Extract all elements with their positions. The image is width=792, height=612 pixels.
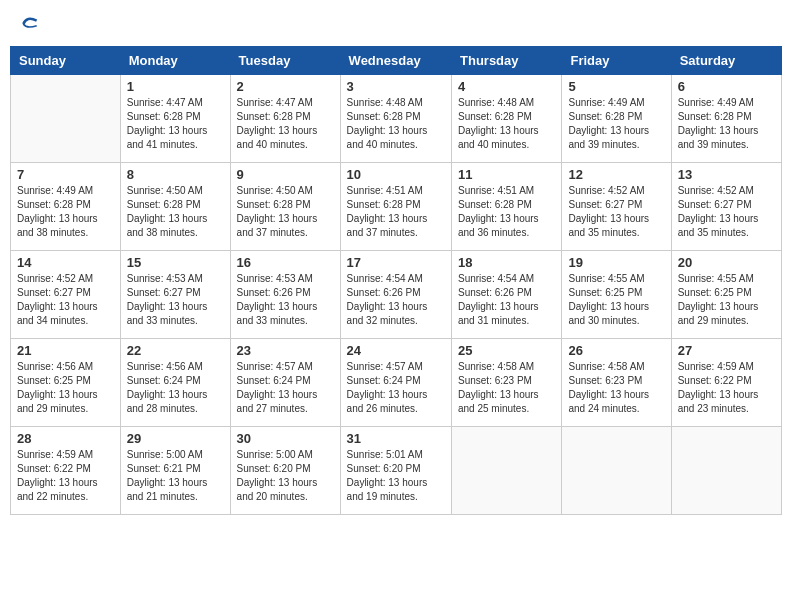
sunset-text: Sunset: 6:20 PM — [237, 462, 334, 476]
daylight-text: Daylight: 13 hours and 33 minutes. — [237, 300, 334, 328]
calendar-cell: 27Sunrise: 4:59 AMSunset: 6:22 PMDayligh… — [671, 339, 781, 427]
day-number: 24 — [347, 343, 445, 358]
sunrise-text: Sunrise: 4:50 AM — [237, 184, 334, 198]
daylight-text: Daylight: 13 hours and 41 minutes. — [127, 124, 224, 152]
daylight-text: Daylight: 13 hours and 38 minutes. — [17, 212, 114, 240]
daylight-text: Daylight: 13 hours and 19 minutes. — [347, 476, 445, 504]
sunset-text: Sunset: 6:28 PM — [568, 110, 664, 124]
calendar-cell: 6Sunrise: 4:49 AMSunset: 6:28 PMDaylight… — [671, 75, 781, 163]
daylight-text: Daylight: 13 hours and 35 minutes. — [568, 212, 664, 240]
sunrise-text: Sunrise: 5:00 AM — [127, 448, 224, 462]
daylight-text: Daylight: 13 hours and 38 minutes. — [127, 212, 224, 240]
daylight-text: Daylight: 13 hours and 23 minutes. — [678, 388, 775, 416]
sunrise-text: Sunrise: 4:56 AM — [127, 360, 224, 374]
daylight-text: Daylight: 13 hours and 25 minutes. — [458, 388, 555, 416]
sunset-text: Sunset: 6:28 PM — [458, 110, 555, 124]
sunrise-text: Sunrise: 4:53 AM — [127, 272, 224, 286]
day-info: Sunrise: 4:59 AMSunset: 6:22 PMDaylight:… — [17, 448, 114, 504]
calendar-week-row: 21Sunrise: 4:56 AMSunset: 6:25 PMDayligh… — [11, 339, 782, 427]
day-number: 12 — [568, 167, 664, 182]
day-info: Sunrise: 4:52 AMSunset: 6:27 PMDaylight:… — [17, 272, 114, 328]
day-number: 17 — [347, 255, 445, 270]
day-info: Sunrise: 4:51 AMSunset: 6:28 PMDaylight:… — [347, 184, 445, 240]
calendar-cell: 10Sunrise: 4:51 AMSunset: 6:28 PMDayligh… — [340, 163, 451, 251]
calendar-cell — [11, 75, 121, 163]
sunrise-text: Sunrise: 4:48 AM — [347, 96, 445, 110]
day-number: 9 — [237, 167, 334, 182]
day-info: Sunrise: 5:00 AMSunset: 6:21 PMDaylight:… — [127, 448, 224, 504]
calendar-cell: 31Sunrise: 5:01 AMSunset: 6:20 PMDayligh… — [340, 427, 451, 515]
sunrise-text: Sunrise: 5:01 AM — [347, 448, 445, 462]
day-number: 25 — [458, 343, 555, 358]
calendar-cell: 30Sunrise: 5:00 AMSunset: 6:20 PMDayligh… — [230, 427, 340, 515]
sunrise-text: Sunrise: 4:48 AM — [458, 96, 555, 110]
sunset-text: Sunset: 6:25 PM — [678, 286, 775, 300]
day-number: 21 — [17, 343, 114, 358]
calendar-table: SundayMondayTuesdayWednesdayThursdayFrid… — [10, 46, 782, 515]
calendar-cell: 22Sunrise: 4:56 AMSunset: 6:24 PMDayligh… — [120, 339, 230, 427]
day-number: 19 — [568, 255, 664, 270]
sunset-text: Sunset: 6:28 PM — [347, 198, 445, 212]
sunrise-text: Sunrise: 4:52 AM — [568, 184, 664, 198]
calendar-cell — [671, 427, 781, 515]
sunset-text: Sunset: 6:22 PM — [17, 462, 114, 476]
sunset-text: Sunset: 6:28 PM — [678, 110, 775, 124]
calendar-cell: 16Sunrise: 4:53 AMSunset: 6:26 PMDayligh… — [230, 251, 340, 339]
calendar-cell: 21Sunrise: 4:56 AMSunset: 6:25 PMDayligh… — [11, 339, 121, 427]
sunrise-text: Sunrise: 4:49 AM — [678, 96, 775, 110]
day-info: Sunrise: 4:54 AMSunset: 6:26 PMDaylight:… — [458, 272, 555, 328]
sunrise-text: Sunrise: 4:54 AM — [458, 272, 555, 286]
calendar-cell: 19Sunrise: 4:55 AMSunset: 6:25 PMDayligh… — [562, 251, 671, 339]
sunrise-text: Sunrise: 4:57 AM — [347, 360, 445, 374]
sunset-text: Sunset: 6:27 PM — [678, 198, 775, 212]
daylight-text: Daylight: 13 hours and 40 minutes. — [237, 124, 334, 152]
sunset-text: Sunset: 6:26 PM — [458, 286, 555, 300]
day-info: Sunrise: 4:58 AMSunset: 6:23 PMDaylight:… — [568, 360, 664, 416]
calendar-cell: 7Sunrise: 4:49 AMSunset: 6:28 PMDaylight… — [11, 163, 121, 251]
sunrise-text: Sunrise: 4:55 AM — [568, 272, 664, 286]
calendar-cell: 2Sunrise: 4:47 AMSunset: 6:28 PMDaylight… — [230, 75, 340, 163]
calendar-cell: 9Sunrise: 4:50 AMSunset: 6:28 PMDaylight… — [230, 163, 340, 251]
calendar-cell: 1Sunrise: 4:47 AMSunset: 6:28 PMDaylight… — [120, 75, 230, 163]
calendar-cell: 15Sunrise: 4:53 AMSunset: 6:27 PMDayligh… — [120, 251, 230, 339]
day-number: 26 — [568, 343, 664, 358]
weekday-header: Thursday — [452, 47, 562, 75]
sunset-text: Sunset: 6:28 PM — [237, 110, 334, 124]
day-number: 11 — [458, 167, 555, 182]
weekday-header: Tuesday — [230, 47, 340, 75]
sunset-text: Sunset: 6:28 PM — [237, 198, 334, 212]
calendar-cell: 26Sunrise: 4:58 AMSunset: 6:23 PMDayligh… — [562, 339, 671, 427]
sunset-text: Sunset: 6:27 PM — [127, 286, 224, 300]
logo-icon — [20, 14, 40, 34]
sunrise-text: Sunrise: 4:57 AM — [237, 360, 334, 374]
calendar-cell: 29Sunrise: 5:00 AMSunset: 6:21 PMDayligh… — [120, 427, 230, 515]
daylight-text: Daylight: 13 hours and 26 minutes. — [347, 388, 445, 416]
calendar-cell: 5Sunrise: 4:49 AMSunset: 6:28 PMDaylight… — [562, 75, 671, 163]
day-number: 20 — [678, 255, 775, 270]
day-number: 2 — [237, 79, 334, 94]
day-info: Sunrise: 4:47 AMSunset: 6:28 PMDaylight:… — [127, 96, 224, 152]
sunrise-text: Sunrise: 4:52 AM — [678, 184, 775, 198]
day-info: Sunrise: 4:54 AMSunset: 6:26 PMDaylight:… — [347, 272, 445, 328]
day-info: Sunrise: 4:53 AMSunset: 6:26 PMDaylight:… — [237, 272, 334, 328]
day-number: 18 — [458, 255, 555, 270]
daylight-text: Daylight: 13 hours and 22 minutes. — [17, 476, 114, 504]
sunset-text: Sunset: 6:26 PM — [347, 286, 445, 300]
day-number: 28 — [17, 431, 114, 446]
day-number: 6 — [678, 79, 775, 94]
sunrise-text: Sunrise: 5:00 AM — [237, 448, 334, 462]
weekday-header: Wednesday — [340, 47, 451, 75]
day-number: 7 — [17, 167, 114, 182]
sunset-text: Sunset: 6:24 PM — [347, 374, 445, 388]
sunrise-text: Sunrise: 4:58 AM — [458, 360, 555, 374]
sunset-text: Sunset: 6:25 PM — [17, 374, 114, 388]
calendar-cell: 18Sunrise: 4:54 AMSunset: 6:26 PMDayligh… — [452, 251, 562, 339]
daylight-text: Daylight: 13 hours and 35 minutes. — [678, 212, 775, 240]
calendar-cell: 11Sunrise: 4:51 AMSunset: 6:28 PMDayligh… — [452, 163, 562, 251]
sunrise-text: Sunrise: 4:54 AM — [347, 272, 445, 286]
day-info: Sunrise: 4:53 AMSunset: 6:27 PMDaylight:… — [127, 272, 224, 328]
daylight-text: Daylight: 13 hours and 39 minutes. — [678, 124, 775, 152]
day-info: Sunrise: 4:48 AMSunset: 6:28 PMDaylight:… — [347, 96, 445, 152]
calendar-cell: 8Sunrise: 4:50 AMSunset: 6:28 PMDaylight… — [120, 163, 230, 251]
daylight-text: Daylight: 13 hours and 28 minutes. — [127, 388, 224, 416]
